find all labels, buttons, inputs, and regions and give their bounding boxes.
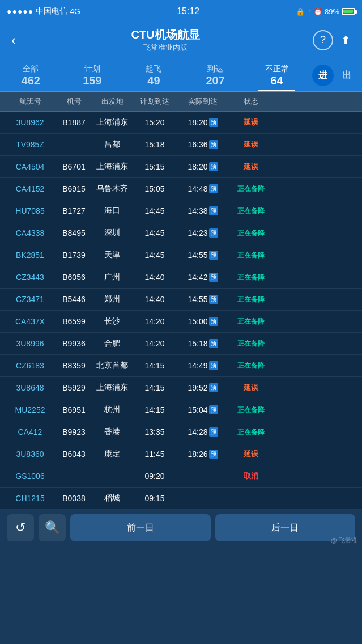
plane-cell: B6056 [56,273,92,282]
tab-takeoff[interactable]: 起飞 49 [123,60,185,91]
plane-cell: B1727 [56,206,92,215]
origin-cell: 乌鲁木齐 [92,184,132,194]
yup-badge: 预 [209,450,218,459]
scheduled-cell: 14:45 [132,228,177,238]
table-row[interactable]: 3U8996 B9936 合肥 14:20 15:18 预 正在备降 [0,333,362,355]
table-row[interactable]: CA4338 B8495 深圳 14:45 14:23 预 正在备降 [0,222,362,244]
next-day-label: 后一日 [271,522,299,534]
actual-time-value: 19:52 [188,383,207,392]
help-button[interactable]: ? [313,30,333,50]
status-time: 15:12 [177,6,199,16]
tab-abnormal-label: 不正常 [265,64,289,74]
yup-badge: 预 [209,251,218,260]
yup-badge: 预 [209,184,218,193]
actual-time-value: 14:23 [188,228,207,238]
origin-cell: 长沙 [92,316,132,327]
actual-time-cell: 15:18 预 [177,339,228,348]
actual-time-value: 15:04 [188,405,207,414]
tab-plan-count: 159 [83,74,101,87]
tab-arrive-count: 207 [206,74,224,87]
yup-badge: 预 [209,228,218,238]
yup-badge: 预 [209,339,218,348]
status-cell: 正在备降 [228,206,274,216]
status-badge: 正在备降 [237,428,265,436]
plane-cell: B6915 [56,184,92,193]
table-row[interactable]: CZ6183 B8359 北京首都 14:15 14:49 预 正在备降 [0,355,362,377]
scheduled-cell: 14:20 [132,339,177,348]
tab-plan[interactable]: 计划 159 [62,60,123,91]
scheduled-cell: 14:20 [132,317,177,326]
status-badge: 延误 [244,162,258,171]
plane-cell: B5929 [56,383,92,392]
status-badge: 正在备降 [237,362,265,370]
scheduled-cell: 15:20 [132,118,177,127]
table-row[interactable]: CZ3443 B6056 广州 14:40 14:42 预 正在备降 [0,266,362,289]
table-row[interactable]: 3U8962 B1887 上海浦东 15:20 18:20 预 延误 [0,112,362,134]
scheduled-cell: 15:18 [132,140,177,149]
search-button[interactable]: 🔍 [39,514,66,541]
tab-abnormal[interactable]: 不正常 64 [246,60,308,91]
status-cell: 延误 [228,162,274,172]
tab-all[interactable]: 全部 462 [0,60,62,91]
yup-badge: 预 [209,383,218,392]
scheduled-cell: 14:15 [132,361,177,370]
status-cell: — [228,494,274,503]
actual-time-cell: 14:38 预 [177,206,228,215]
scheduled-cell: 09:15 [132,494,177,503]
table-row[interactable]: TV985Z 昌都 15:18 16:36 预 延误 [0,134,362,156]
direction-out-button[interactable]: 出 [336,65,357,86]
table-row[interactable]: CH1215 B0038 稻城 09:15 — [0,488,362,510]
status-cell: 正在备降 [228,184,274,194]
table-row[interactable]: CA4152 B6915 乌鲁木齐 15:05 14:48 预 正在备降 [0,178,362,200]
actual-time-cell: 19:52 预 [177,383,228,392]
scheduled-cell: 14:40 [132,273,177,282]
yup-badge: 预 [209,427,218,437]
yup-badge: 预 [209,162,218,171]
table-row[interactable]: 3U8360 B6043 康定 11:45 18:26 预 延误 [0,443,362,465]
table-row[interactable]: GS1006 09:20 — 取消 [0,465,362,488]
table-row[interactable]: CA412 B9923 香港 13:35 14:28 预 正在备降 [0,421,362,443]
actual-time-cell: 14:48 预 [177,184,228,193]
carrier-label: 中国电信 [36,6,67,16]
col-origin: 出发地 [92,96,132,107]
back-button[interactable]: ‹ [9,30,18,50]
table-row[interactable]: CA4504 B6701 上海浦东 15:15 18:20 预 延误 [0,156,362,178]
status-badge: 延误 [244,118,258,126]
plane-cell: B6043 [56,450,92,459]
yup-badge: 预 [209,361,218,370]
share-button[interactable]: ⬆ [339,31,353,49]
bottom-bar: ↺ 🔍 前一日 后一日 @ 飞常准 [0,510,362,546]
table-row[interactable]: BK2851 B1739 天津 14:45 14:55 预 正在备降 [0,244,362,266]
yup-badge: 预 [209,140,218,149]
app-title: CTU机场航显 [131,27,199,43]
table-row[interactable]: MU2252 B6951 杭州 14:15 15:04 预 正在备降 [0,399,362,421]
status-cell: 取消 [228,471,274,481]
origin-cell: 合肥 [92,338,132,349]
actual-time-cell: 14:55 预 [177,295,228,304]
refresh-button[interactable]: ↺ [7,514,34,541]
actual-time-cell: — [177,472,228,481]
status-badge: — [247,494,255,503]
origin-cell: 天津 [92,250,132,260]
status-cell: 正在备降 [228,294,274,304]
status-badge: 正在备降 [237,273,265,281]
plane-cell: B0038 [56,494,92,503]
table-row[interactable]: CZ3471 B5446 郑州 14:40 14:55 预 正在备降 [0,289,362,311]
plane-cell: B8359 [56,361,92,370]
table-row[interactable]: CA437X B6599 长沙 14:20 15:00 预 正在备降 [0,311,362,333]
flight-no-cell: CH1215 [5,494,56,503]
tab-arrive[interactable]: 到达 207 [185,60,246,91]
scheduled-cell: 14:15 [132,383,177,392]
origin-cell: 广州 [92,272,132,282]
status-cell: 正在备降 [228,338,274,349]
origin-cell: 上海浦东 [92,117,132,128]
table-row[interactable]: HU7085 B1727 海口 14:45 14:38 预 正在备降 [0,200,362,222]
status-cell: 正在备降 [228,361,274,371]
actual-time-cell: 18:26 预 [177,450,228,459]
prev-day-button[interactable]: 前一日 [70,514,211,541]
actual-time-value: 14:49 [188,361,207,370]
table-row[interactable]: 3U8648 B5929 上海浦东 14:15 19:52 预 延误 [0,377,362,399]
direction-in-button[interactable]: 进 [312,65,334,86]
plane-cell: B6951 [56,405,92,414]
flight-no-cell: CZ6183 [5,361,56,370]
